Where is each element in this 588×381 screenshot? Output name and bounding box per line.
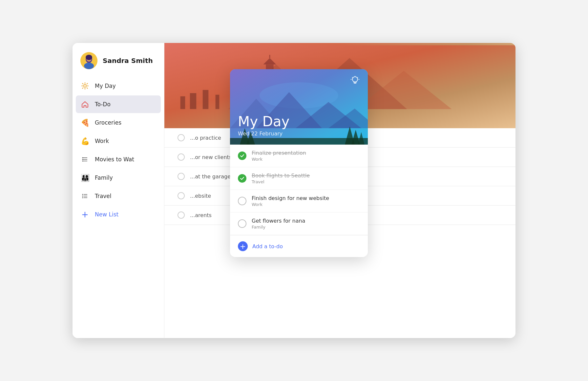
svg-point-5	[84, 85, 86, 87]
task-done-checkbox[interactable]	[238, 174, 246, 183]
sidebar-item-new-list[interactable]: + New List	[76, 206, 161, 223]
svg-point-25	[82, 197, 83, 198]
sidebar-item-label: Travel	[95, 193, 112, 199]
myday-title: My Day	[238, 114, 360, 129]
task-empty-checkbox[interactable]	[238, 219, 246, 228]
task-info: Get flowers for nana Family	[252, 218, 305, 230]
user-profile[interactable]: Sandra Smith	[73, 43, 164, 77]
list2-icon	[80, 191, 90, 201]
user-name: Sandra Smith	[103, 57, 153, 65]
task-text: ...or new clients	[190, 154, 232, 160]
task-list-name: Travel	[252, 179, 310, 184]
task-info: Book flights to Seattle Travel	[252, 172, 310, 184]
svg-line-54	[357, 77, 358, 78]
task-name: Get flowers for nana	[252, 218, 305, 224]
myday-task-item[interactable]: Book flights to Seattle Travel	[230, 167, 368, 190]
svg-line-13	[87, 83, 88, 84]
myday-date: Wed 22 February	[238, 130, 360, 137]
myday-panel: My Day Wed 22 February Finalize presenta…	[230, 69, 368, 257]
task-list-name: Work	[252, 157, 306, 162]
myday-task-item[interactable]: Get flowers for nana Family	[230, 212, 368, 235]
pizza-icon: 🍕	[80, 118, 90, 127]
svg-point-50	[352, 77, 358, 82]
family-icon: 👨‍👩‍👧	[80, 173, 90, 182]
myday-task-item[interactable]: Finish design for new website Work	[230, 190, 368, 212]
sidebar-item-travel[interactable]: Travel	[76, 187, 161, 205]
svg-line-12	[82, 88, 83, 89]
task-text: ...o practice	[190, 135, 221, 141]
sidebar: Sandra Smith My	[73, 43, 164, 338]
sidebar-item-my-day[interactable]: My Day	[76, 77, 161, 95]
svg-rect-34	[216, 95, 220, 109]
sidebar-item-label: Groceries	[95, 119, 121, 126]
sidebar-item-work[interactable]: 💪 Work	[76, 132, 161, 150]
svg-rect-49	[230, 138, 368, 145]
app-container: Sandra Smith My	[73, 43, 515, 338]
sidebar-item-movies[interactable]: Movies to Wat	[76, 150, 161, 168]
svg-point-20	[82, 161, 83, 162]
svg-point-19	[82, 159, 83, 160]
sidebar-item-label: Movies to Wat	[95, 156, 134, 163]
muscle-icon: 💪	[80, 136, 90, 146]
plus-icon: +	[80, 210, 90, 219]
myday-task-item[interactable]: Finalize presentation Work	[230, 145, 368, 167]
sidebar-item-family[interactable]: 👨‍👩‍👧 Family	[76, 169, 161, 187]
task-checkbox[interactable]	[178, 211, 185, 219]
main-content: ...o practice ...or new clients ...at th…	[164, 43, 515, 338]
sidebar-item-label: Work	[95, 138, 109, 144]
add-circle-icon: +	[238, 241, 248, 251]
task-text: ...ebsite	[190, 193, 211, 199]
task-checkbox[interactable]	[178, 153, 185, 161]
task-list-name: Family	[252, 225, 305, 230]
svg-point-2	[84, 63, 94, 69]
task-empty-checkbox[interactable]	[238, 197, 246, 205]
task-list-name: Work	[252, 202, 329, 207]
myday-task-list: Finalize presentation Work Book flights …	[230, 145, 368, 235]
svg-rect-32	[190, 93, 196, 109]
svg-point-23	[82, 196, 83, 197]
task-name: Finish design for new website	[252, 195, 329, 201]
sidebar-item-label: My Day	[95, 83, 116, 89]
svg-point-4	[86, 55, 92, 60]
task-text: ...at the garage	[190, 173, 231, 180]
sidebar-item-to-do[interactable]: To-Do	[76, 95, 161, 113]
svg-point-18	[82, 157, 83, 158]
add-todo-label: Add a to-do	[252, 243, 283, 250]
svg-line-11	[87, 88, 88, 89]
house-icon	[80, 100, 90, 109]
svg-line-56	[352, 77, 353, 78]
sidebar-item-groceries[interactable]: 🍕 Groceries	[76, 114, 161, 131]
list-icon	[80, 155, 90, 164]
task-info: Finalize presentation Work	[252, 150, 306, 162]
task-text: ...arents	[190, 212, 212, 218]
new-list-label: New List	[95, 211, 118, 218]
sidebar-item-label: Family	[95, 174, 113, 181]
task-checkbox[interactable]	[178, 192, 185, 199]
task-checkbox[interactable]	[178, 134, 185, 141]
sun-icon	[80, 81, 90, 90]
task-name: Book flights to Seattle	[252, 172, 310, 179]
lightbulb-icon[interactable]	[350, 76, 360, 88]
avatar	[80, 52, 97, 69]
svg-point-21	[82, 194, 83, 195]
task-name: Finalize presentation	[252, 150, 306, 156]
sidebar-item-label: To-Do	[95, 101, 111, 108]
svg-rect-33	[203, 90, 209, 109]
task-checkbox[interactable]	[178, 173, 185, 180]
svg-line-10	[82, 83, 83, 84]
myday-header: My Day Wed 22 February	[230, 69, 368, 145]
task-done-checkbox[interactable]	[238, 151, 246, 160]
add-todo-button[interactable]: + Add a to-do	[230, 235, 368, 257]
task-info: Finish design for new website Work	[252, 195, 329, 207]
sidebar-nav: My Day To-Do 🍕 Groceries 💪 Work	[73, 77, 164, 338]
svg-rect-31	[180, 96, 185, 109]
